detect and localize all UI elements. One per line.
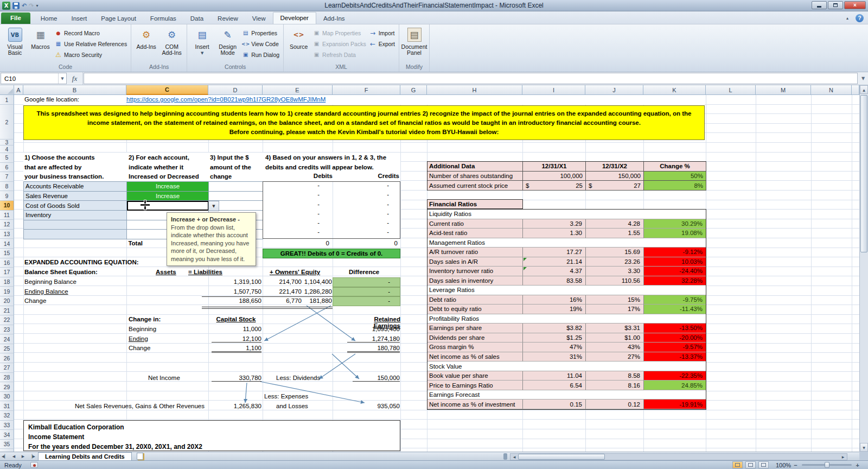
expand-formula-bar-icon[interactable]: ▼ [858,72,868,85]
ratio-value-x2[interactable]: 1.55 [586,229,644,238]
ratio-value-x2[interactable]: 0.12 [586,400,644,409]
ratio-label[interactable]: Days sales in inventory [427,276,523,286]
row-header[interactable]: 29 [0,382,14,392]
row-header[interactable]: 27 [0,363,14,373]
ratio-label[interactable]: Days sales in A/R [427,257,523,267]
row-header[interactable]: 10 [0,201,14,211]
row-header[interactable]: 16 [0,258,14,268]
insert-function-button[interactable]: fx [67,72,83,85]
minimize-button[interactable] [812,1,827,9]
export-button[interactable]: Export [369,40,395,48]
ratio-change-cell[interactable]: -11.43% [644,305,706,314]
column-header[interactable]: L [706,85,756,95]
row-header[interactable]: 11 [0,211,14,220]
select-all-corner[interactable] [0,85,14,95]
ratio-change-cell[interactable]: -9.12% [644,248,706,257]
zoom-slider[interactable] [802,464,852,466]
ratio-value-x2[interactable]: 3.30 [586,267,644,276]
scroll-up-icon[interactable]: ▲ [860,85,868,94]
next-sheet-icon[interactable]: ▶ [18,453,28,460]
visual-basic-button[interactable]: Visual Basic [2,26,28,64]
row-header[interactable]: 34 [0,430,14,440]
record-macro-button[interactable]: Record Macro [55,29,127,37]
ratio-change-cell[interactable]: -22.35% [644,371,706,381]
change-cell[interactable]: 50% [644,172,706,181]
ratio-value-x1[interactable]: 31% [523,352,586,362]
row-label[interactable]: Number of shares outstanding [427,172,523,181]
ratio-value-x2[interactable]: 17% [586,305,644,314]
account-name-cell[interactable]: Cost of Goods Sold [24,201,127,211]
ratio-value-x2[interactable]: $1.00 [586,333,644,343]
add-ins-button[interactable]: Add-Ins [133,26,159,64]
ratio-value-x1[interactable]: 1.30 [523,229,586,238]
ribbon-tab[interactable]: File [1,12,30,24]
row-header[interactable]: 12 [0,220,14,230]
save-icon[interactable] [12,2,20,9]
ratio-label[interactable]: Debt ratio [427,295,523,305]
ribbon-tab[interactable]: Formulas [143,13,183,24]
ratio-label[interactable]: Inventory turnover ratio [427,267,523,276]
column-header[interactable]: K [643,85,706,95]
ratio-value-x1[interactable]: 17.27 [523,248,586,257]
view-code-button[interactable]: View Code [242,40,279,48]
value-x2[interactable]: $27 [586,181,644,191]
column-header[interactable]: J [585,85,643,95]
run-dialog-button[interactable]: Run Dialog [242,50,279,59]
row-header[interactable]: 24 [0,334,14,344]
page-layout-view-icon[interactable] [745,461,756,468]
row-header[interactable]: 35 [0,440,14,449]
amount-cell[interactable] [209,192,263,201]
horizontal-scrollbar[interactable]: ◀ ▶ [510,453,847,460]
maximize-button[interactable] [828,1,843,9]
use-relative-references-button[interactable]: Use Relative References [55,40,127,48]
change-cell[interactable]: 8% [644,181,706,191]
prev-sheet-icon[interactable]: ◀ [9,453,18,460]
increase-decrease-cell[interactable]: ▼ [127,201,209,211]
row-header[interactable]: 20 [0,296,14,306]
ribbon-tab[interactable]: Review [210,13,245,24]
normal-view-icon[interactable] [732,461,743,468]
import-button[interactable]: Import [369,29,395,37]
macros-button[interactable]: Macros [28,26,53,64]
ratio-label[interactable]: Acid-test ratio [427,229,523,238]
ribbon-tab[interactable]: Home [34,13,65,24]
row-header[interactable]: 25 [0,344,14,354]
first-sheet-icon[interactable]: ◀▏ [0,453,9,460]
macro-security-button[interactable]: Macro Security [55,50,127,59]
account-name-cell[interactable] [24,220,127,230]
value-x2[interactable]: 150,000 [586,172,644,181]
ratio-label[interactable]: Gross margin % [427,343,523,352]
zoom-in-icon[interactable]: + [856,462,859,468]
column-header[interactable]: I [522,85,585,95]
row-header[interactable]: 8 [0,182,14,192]
credit-cell[interactable]: - [333,182,400,191]
last-sheet-icon[interactable]: ▕▶ [28,453,37,460]
column-header[interactable]: B [23,85,126,95]
ratio-label[interactable]: Profitability Ratios [427,314,706,324]
row-header[interactable]: 5 [0,153,14,163]
debit-cell[interactable]: - [263,219,333,229]
credit-cell[interactable]: - [333,219,400,229]
ratio-value-x1[interactable]: 0.15 [523,400,586,409]
scroll-left-icon[interactable]: ◀ [510,454,518,460]
column-header[interactable]: N [811,85,852,95]
ribbon-tab[interactable]: Insert [65,13,94,24]
dropdown-arrow-icon[interactable]: ▼ [208,201,219,211]
ratio-change-cell[interactable]: 24.85% [644,381,706,390]
qat-dropdown-icon[interactable]: ▾ [36,2,38,10]
ratio-change-cell[interactable]: -19.91% [644,400,706,409]
credit-cell[interactable]: - [333,201,400,210]
debit-cell[interactable]: - [263,201,333,210]
column-header[interactable] [852,85,859,95]
column-header[interactable]: M [756,85,811,95]
column-header[interactable]: G [400,85,427,95]
vertical-scrollbar[interactable]: ▲ ▼ [859,85,868,452]
ratio-label[interactable]: Price to Earnings Ratio [427,381,523,390]
ratio-label[interactable]: Dividends per share [427,333,523,343]
scroll-right-icon[interactable]: ▶ [839,454,847,460]
ratio-change-cell[interactable]: 30.29% [644,219,706,229]
column-header[interactable]: A [14,85,23,95]
insert-control-button[interactable]: Insert ▼ [189,26,215,64]
column-header[interactable]: F [333,85,400,95]
row-header[interactable]: 30 [0,392,14,402]
